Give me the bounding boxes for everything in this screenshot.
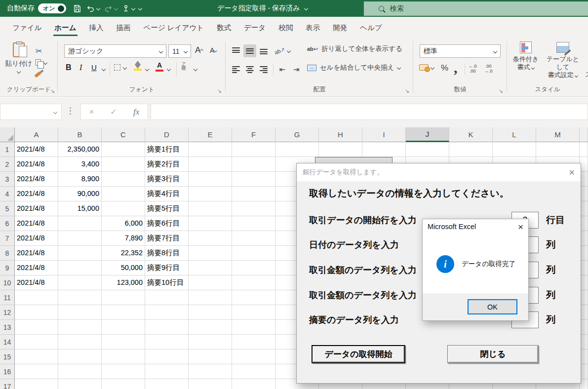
cell[interactable] (232, 350, 275, 364)
cell[interactable] (15, 364, 58, 379)
ribbon-tab[interactable]: ページ レイアウト (137, 17, 210, 38)
ribbon-tab[interactable]: ヘルプ (353, 17, 389, 38)
row-header[interactable]: 6 (0, 216, 15, 231)
column-header[interactable] (580, 127, 588, 142)
search-box[interactable]: 検索 (364, 1, 588, 16)
cell[interactable] (102, 335, 145, 350)
cell[interactable] (232, 231, 275, 246)
cell[interactable] (58, 290, 102, 305)
ribbon-tab[interactable]: 開発 (326, 17, 353, 38)
copy-button[interactable] (36, 59, 47, 66)
merge-center-button[interactable]: ↔ セルを結合して中央揃え (307, 63, 400, 72)
enter-icon[interactable]: ✓ (110, 107, 117, 117)
undo-button[interactable] (84, 2, 101, 15)
cell[interactable] (189, 350, 232, 364)
accounting-dropdown-icon[interactable] (431, 65, 434, 69)
cell[interactable] (275, 142, 319, 157)
cell[interactable]: 摘要7行目 (145, 231, 189, 246)
font-color-button[interactable]: A (155, 62, 164, 72)
cell[interactable]: 摘要4行目 (145, 187, 189, 201)
autosave-pill[interactable]: オン (38, 3, 66, 13)
column-header[interactable]: L (493, 127, 536, 142)
row-header[interactable]: 12 (0, 305, 15, 320)
borders-dropdown-icon[interactable] (123, 65, 127, 69)
touch-mode-button[interactable] (120, 2, 136, 15)
cell[interactable] (189, 216, 232, 231)
decrease-font-button[interactable]: A (210, 46, 217, 54)
cell[interactable] (189, 172, 232, 187)
font-color-dropdown-icon[interactable] (167, 67, 171, 71)
cell[interactable]: 7,890 (102, 231, 145, 246)
cell[interactable] (58, 305, 102, 320)
cell[interactable]: 摘要9行目 (145, 261, 189, 275)
cell[interactable] (102, 290, 145, 305)
align-right-button[interactable] (257, 63, 270, 76)
column-header[interactable]: C (102, 127, 145, 142)
column-header[interactable]: J (406, 127, 449, 142)
cell[interactable] (232, 216, 275, 231)
cell[interactable] (102, 142, 145, 157)
number-dialog-launcher[interactable]: ↘ (499, 88, 503, 93)
cell[interactable] (145, 364, 189, 379)
cell[interactable]: 摘要2行目 (145, 157, 189, 172)
row-header[interactable]: 10 (0, 275, 15, 290)
fill-color-button[interactable] (133, 62, 143, 71)
column-header[interactable]: B (58, 127, 102, 142)
cell[interactable] (189, 157, 232, 172)
increase-decimal-button[interactable]: ←.0 .00 (469, 64, 477, 74)
align-left-button[interactable] (230, 63, 242, 76)
format-painter-button[interactable] (35, 73, 41, 76)
middle-align-button[interactable] (243, 44, 256, 57)
cell[interactable]: 2021/4/8 (15, 172, 58, 187)
cell[interactable] (406, 142, 449, 157)
font-dialog-launcher[interactable]: ↘ (217, 88, 222, 93)
cell[interactable]: 摘要5行目 (145, 201, 189, 216)
cell[interactable] (58, 231, 102, 246)
row-header[interactable]: 2 (0, 157, 15, 172)
redo-dropdown-icon[interactable] (114, 6, 118, 10)
qat-overflow-button[interactable] (137, 2, 143, 15)
start-fetch-button[interactable]: データの取得開始 (312, 345, 405, 363)
cell[interactable] (232, 201, 275, 216)
cell[interactable] (145, 320, 189, 335)
column-header[interactable]: I (362, 127, 406, 142)
cell[interactable] (58, 320, 102, 335)
select-all-corner[interactable] (0, 127, 15, 142)
cell[interactable] (189, 320, 232, 335)
cell[interactable] (145, 335, 189, 350)
ribbon-tab[interactable]: 描画 (110, 17, 137, 38)
comma-style-button[interactable]: , (454, 59, 458, 76)
number-format-combo[interactable]: 標準 (420, 44, 501, 58)
cell[interactable]: 90,000 (58, 187, 102, 201)
column-header[interactable]: D (145, 127, 189, 142)
cell[interactable]: 2021/4/8 (15, 231, 58, 246)
dialog-close-icon[interactable]: × (561, 167, 575, 177)
row-header[interactable]: 4 (0, 187, 15, 201)
cell-styles-cutoff-label[interactable]: ス (585, 70, 588, 79)
row-header[interactable]: 5 (0, 201, 15, 216)
cell[interactable] (189, 201, 232, 216)
cell[interactable] (102, 172, 145, 187)
cell[interactable] (189, 142, 232, 157)
dialog-title-bar[interactable]: 銀行データを取得します。 × (297, 163, 581, 181)
cell[interactable] (145, 290, 189, 305)
cell[interactable] (189, 246, 232, 261)
cell[interactable] (58, 379, 102, 389)
column-header[interactable]: F (232, 127, 275, 142)
cell[interactable] (189, 305, 232, 320)
ribbon-tab[interactable]: 数式 (210, 17, 237, 38)
msgbox-title-bar[interactable]: Microsoft Excel × (423, 219, 528, 234)
wrap-text-button[interactable]: ab↩ 折り返して全体を表示する (307, 44, 402, 53)
cell[interactable] (449, 142, 493, 157)
italic-button[interactable]: I (79, 63, 82, 72)
cell[interactable]: 摘要6行目 (145, 216, 189, 231)
borders-button[interactable] (114, 64, 126, 71)
cell[interactable] (102, 305, 145, 320)
redo-button[interactable] (102, 2, 119, 15)
ribbon-tab[interactable]: 校閲 (272, 17, 299, 38)
copy-dropdown-icon[interactable] (43, 60, 47, 64)
row-header[interactable]: 17 (0, 379, 15, 389)
cell[interactable] (536, 142, 580, 157)
cancel-icon[interactable]: × (89, 108, 94, 117)
accounting-format-button[interactable] (419, 64, 434, 71)
